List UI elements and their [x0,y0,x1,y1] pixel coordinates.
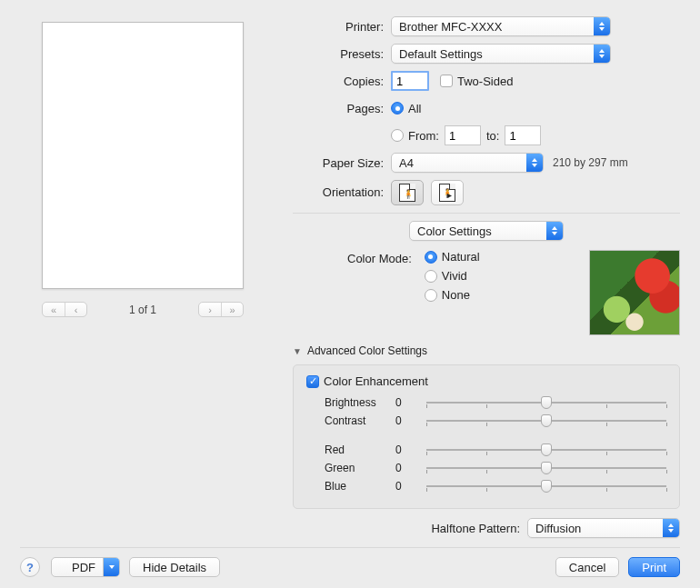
hide-details-button[interactable]: Hide Details [129,557,220,577]
print-button[interactable]: Print [628,557,680,577]
landscape-icon: 🧍▸ [439,184,455,202]
presets-value: Default Settings [399,47,483,61]
updown-icon [663,519,679,537]
paper-size-label: Paper Size: [293,156,384,170]
blue-label: Blue [325,480,395,493]
presets-label: Presets: [293,47,384,61]
orientation-portrait-button[interactable]: 🧍 [391,180,424,205]
contrast-value: 0 [395,414,421,427]
color-preview-image [589,250,680,335]
printer-value: Brother MFC-XXXX [399,20,502,34]
chevron-down-icon [103,558,119,576]
green-slider[interactable] [426,461,666,475]
next-page-button[interactable]: › [199,303,221,316]
green-value: 0 [395,462,421,474]
page-indicator: 1 of 1 [129,304,156,316]
two-sided-label: Two-Sided [457,75,513,88]
halftone-select[interactable]: Diffusion [527,518,680,538]
section-select[interactable]: Color Settings [409,221,564,241]
printer-select[interactable]: Brother MFC-XXXX [391,16,611,36]
paper-size-value: A4 [399,156,414,170]
presets-select[interactable]: Default Settings [391,44,611,64]
copies-input[interactable] [391,71,429,91]
orientation-label: Orientation: [293,180,384,199]
portrait-icon: 🧍 [399,184,415,202]
color-mode-natural-label: Natural [442,250,480,264]
brightness-slider[interactable] [426,395,666,410]
prev-page-button[interactable]: ‹ [65,303,86,316]
section-value: Color Settings [417,224,492,238]
halftone-label: Halftone Pattern: [431,522,520,535]
advanced-color-panel: ✓ Color Enhancement Brightness 0 Contras… [293,364,680,509]
last-page-button[interactable]: » [221,303,243,316]
red-value: 0 [395,443,421,456]
color-mode-natural-radio[interactable] [425,251,437,264]
contrast-label: Contrast [325,414,395,427]
color-enhancement-checkbox[interactable]: ✓ [306,375,319,388]
updown-icon [594,45,610,63]
red-slider[interactable] [426,443,666,457]
first-page-button[interactable]: « [43,303,65,316]
printer-label: Printer: [293,20,384,34]
help-button[interactable]: ? [20,557,40,577]
copies-label: Copies: [293,75,384,88]
paper-dimensions: 210 by 297 mm [553,156,628,169]
paper-size-select[interactable]: A4 [391,153,544,173]
color-mode-vivid-label: Vivid [442,269,467,283]
pager-next-group: › » [198,302,244,317]
orientation-landscape-button[interactable]: 🧍▸ [431,180,464,205]
brightness-value: 0 [395,396,421,409]
red-label: Red [325,443,395,456]
color-mode-none-radio[interactable] [425,289,437,302]
updown-icon [594,17,610,35]
updown-icon [526,154,543,172]
pages-all-radio[interactable] [391,102,404,115]
pages-label: Pages: [293,102,384,115]
cancel-button[interactable]: Cancel [555,557,619,577]
blue-value: 0 [395,480,421,493]
pages-range-radio[interactable] [391,129,404,142]
brightness-label: Brightness [325,396,395,409]
color-enhancement-label: Color Enhancement [324,374,428,388]
pages-from-input[interactable] [445,125,481,145]
pdf-label: PDF [65,561,103,574]
blue-slider[interactable] [426,479,666,493]
advanced-color-header: Advanced Color Settings [307,344,427,357]
page-preview [42,22,244,289]
two-sided-checkbox[interactable] [440,75,453,87]
color-mode-vivid-radio[interactable] [425,270,437,283]
color-mode-none-label: None [442,288,470,302]
contrast-slider[interactable] [426,414,666,428]
halftone-value: Diffusion [535,522,581,535]
pages-all-label: All [408,102,421,115]
disclosure-triangle-icon[interactable]: ▼ [293,346,302,356]
pages-to-input[interactable] [505,125,541,145]
pdf-button[interactable]: PDF [51,557,120,577]
green-label: Green [325,462,395,474]
updown-icon [546,222,563,240]
pager-prev-group: « ‹ [42,302,87,317]
color-mode-label: Color Mode: [347,250,412,265]
pages-to-label: to: [486,129,499,143]
pages-from-label: From: [408,129,439,143]
